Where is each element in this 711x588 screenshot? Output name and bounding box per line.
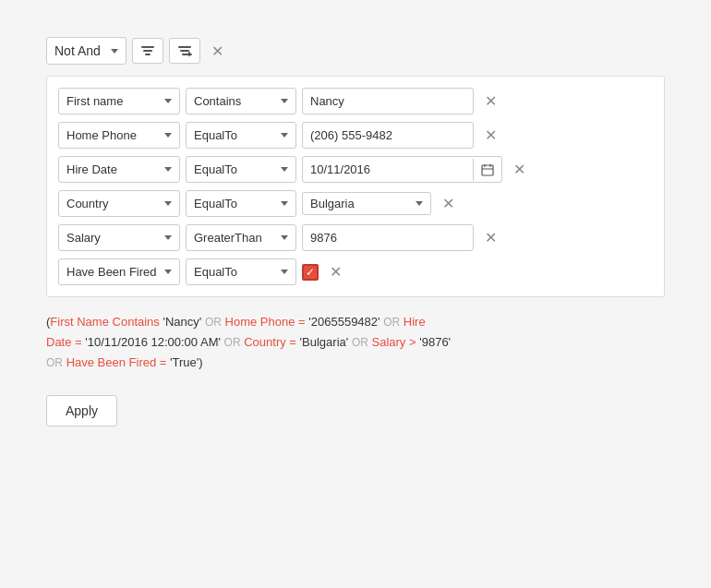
value-input-firstname[interactable] xyxy=(302,88,474,114)
remove-filter-fired[interactable]: ✕ xyxy=(324,261,347,282)
expr-val-6: 'True' xyxy=(170,355,199,369)
op-select-country-input[interactable]: EqualTo Contains GreaterThan xyxy=(194,197,273,210)
expr-op-5: > xyxy=(409,335,416,349)
add-filter-icon xyxy=(140,43,155,58)
svg-rect-0 xyxy=(141,46,154,48)
filter-row-country: Country First name Home Phone Hire Date … xyxy=(58,190,653,217)
op-select-fired-input[interactable]: EqualTo Contains GreaterThan xyxy=(194,265,273,279)
op-select-country[interactable]: EqualTo Contains GreaterThan xyxy=(186,190,296,217)
remove-filter-salary[interactable]: ✕ xyxy=(479,227,502,248)
expr-op-3: = xyxy=(75,335,82,349)
remove-filter-firstname[interactable]: ✕ xyxy=(479,90,502,112)
svg-rect-3 xyxy=(178,46,191,48)
field-select-fired-input[interactable]: Have Been Fired First name Home Phone Hi… xyxy=(66,265,157,279)
expr-op-6: = xyxy=(160,355,167,369)
filter-row-homephone: Home Phone First name Hire Date Country … xyxy=(58,122,653,149)
logic-operator-chevron xyxy=(111,49,118,54)
expr-op-4: = xyxy=(289,335,296,349)
field-select-firstname-input[interactable]: First name Home Phone Hire Date Country … xyxy=(66,94,157,108)
remove-filter-country[interactable]: ✕ xyxy=(437,193,460,214)
filter-rows: First name Home Phone Hire Date Country … xyxy=(46,76,665,297)
op-chevron-country xyxy=(281,201,288,206)
op-select-salary[interactable]: GreaterThan EqualTo LessThan Contains xyxy=(186,224,296,251)
field-chevron-salary xyxy=(164,235,172,240)
field-select-salary-input[interactable]: Salary First name Home Phone Hire Date C… xyxy=(66,231,157,245)
op-select-hiredate[interactable]: EqualTo GreaterThan LessThan xyxy=(186,156,296,183)
remove-filter-homephone[interactable]: ✕ xyxy=(479,125,502,146)
expr-val-5: '9876' xyxy=(419,335,451,349)
svg-rect-7 xyxy=(187,54,192,55)
op-select-homephone[interactable]: EqualTo Contains GreaterThan LessThan xyxy=(186,122,296,149)
expr-sep-4: OR xyxy=(352,336,368,349)
date-input-wrapper-hiredate xyxy=(302,156,502,183)
expr-sep-5: OR xyxy=(46,356,63,369)
expr-val-4: 'Bulgaria' xyxy=(300,335,349,349)
filter-builder-container: Not And And Or Not Or ✕ xyxy=(18,18,693,445)
op-select-hiredate-input[interactable]: EqualTo GreaterThan LessThan xyxy=(194,162,273,176)
add-filter-button[interactable] xyxy=(132,38,163,64)
op-chevron-firstname xyxy=(281,99,288,103)
svg-rect-2 xyxy=(145,54,151,55)
filter-row-firstname: First name Home Phone Hire Date Country … xyxy=(58,88,653,114)
svg-rect-1 xyxy=(143,50,152,52)
field-chevron-fired xyxy=(164,270,172,274)
filter-row-fired: Have Been Fired First name Home Phone Hi… xyxy=(58,258,653,285)
checkmark-icon: ✓ xyxy=(306,267,315,278)
expr-field-5: Salary xyxy=(372,335,406,349)
add-group-button[interactable] xyxy=(169,38,200,64)
field-chevron-hiredate xyxy=(164,167,172,172)
value-checkbox-fired[interactable]: ✓ xyxy=(302,264,319,281)
field-select-hiredate-input[interactable]: Hire Date First name Home Phone Country … xyxy=(66,162,157,176)
filter-row-salary: Salary First name Home Phone Hire Date C… xyxy=(58,224,653,251)
expr-sep-1: OR xyxy=(205,316,222,329)
field-select-firstname[interactable]: First name Home Phone Hire Date Country … xyxy=(58,88,180,114)
field-select-fired[interactable]: Have Been Fired First name Home Phone Hi… xyxy=(58,258,180,285)
expr-sep-2: OR xyxy=(383,316,400,329)
op-select-firstname[interactable]: Contains EqualTo StartsWith EndsWith xyxy=(186,88,296,114)
field-select-country[interactable]: Country First name Home Phone Hire Date … xyxy=(58,190,180,217)
expr-val-3: '10/11/2016 12:00:00 AM' xyxy=(85,335,221,349)
op-select-homephone-input[interactable]: EqualTo Contains GreaterThan LessThan xyxy=(194,128,273,142)
expression-text: (First Name Contains 'Nancy' OR Home Pho… xyxy=(46,312,665,373)
field-chevron-firstname xyxy=(164,99,172,103)
field-select-homephone-input[interactable]: Home Phone First name Hire Date Country … xyxy=(66,128,157,142)
expr-close-paren: ) xyxy=(199,355,202,369)
field-select-salary[interactable]: Salary First name Home Phone Hire Date C… xyxy=(58,224,180,251)
value-input-hiredate[interactable] xyxy=(303,157,473,182)
expr-field-6: Have Been Fired xyxy=(66,355,157,369)
logic-operator-dropdown[interactable]: Not And And Or Not Or xyxy=(46,37,127,65)
op-chevron-salary xyxy=(281,235,288,240)
value-select-country[interactable]: Bulgaria USA UK Canada Australia xyxy=(310,197,412,210)
svg-rect-8 xyxy=(482,165,493,175)
op-chevron-fired xyxy=(281,270,288,274)
value-input-salary[interactable] xyxy=(302,224,474,251)
calendar-icon xyxy=(481,163,494,176)
op-select-fired[interactable]: EqualTo Contains GreaterThan xyxy=(186,258,296,285)
expr-val-2: '2065559482' xyxy=(308,315,380,329)
op-select-firstname-input[interactable]: Contains EqualTo StartsWith EndsWith xyxy=(194,94,273,108)
remove-filter-hiredate[interactable]: ✕ xyxy=(508,159,531,180)
field-select-country-input[interactable]: Country First name Home Phone Hire Date … xyxy=(66,197,157,210)
op-select-salary-input[interactable]: GreaterThan EqualTo LessThan Contains xyxy=(194,231,273,245)
expr-sep-3: OR xyxy=(224,336,241,349)
expr-val-1: 'Nancy' xyxy=(163,315,201,329)
op-chevron-homephone xyxy=(281,133,288,138)
value-select-wrapper-country[interactable]: Bulgaria USA UK Canada Australia xyxy=(302,192,431,215)
apply-button[interactable]: Apply xyxy=(46,395,117,426)
close-top-button[interactable]: ✕ xyxy=(206,41,229,62)
field-select-homephone[interactable]: Home Phone First name Hire Date Country … xyxy=(58,122,180,149)
expr-op-2: = xyxy=(298,315,306,329)
date-picker-button-hiredate[interactable] xyxy=(473,159,501,181)
field-select-hiredate[interactable]: Hire Date First name Home Phone Country … xyxy=(58,156,180,183)
filter-row-hiredate: Hire Date First name Home Phone Country … xyxy=(58,156,653,183)
country-value-chevron xyxy=(416,201,423,206)
op-chevron-hiredate xyxy=(281,167,288,172)
svg-rect-4 xyxy=(180,50,189,52)
expr-op-1: Contains xyxy=(113,315,160,329)
field-chevron-country xyxy=(164,201,172,206)
expr-field-1: First Name xyxy=(50,315,109,329)
value-input-homephone[interactable] xyxy=(302,122,474,149)
add-group-icon xyxy=(177,43,192,58)
logic-operator-select[interactable]: Not And And Or Not Or xyxy=(54,43,102,58)
field-chevron-homephone xyxy=(164,133,172,138)
